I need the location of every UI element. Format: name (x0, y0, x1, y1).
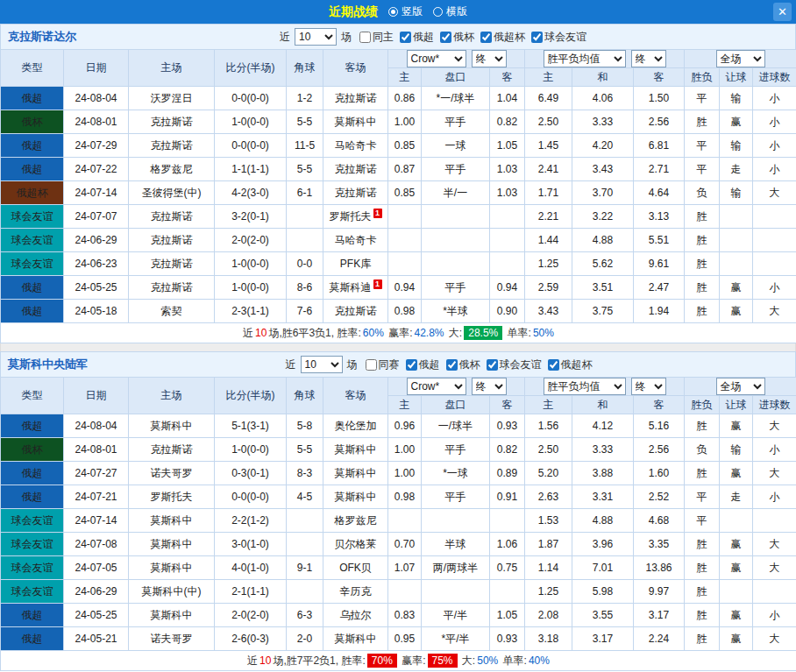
home-team-cell: 莫斯科中(中) (129, 580, 215, 604)
handicap-result-cell: 赢 (720, 276, 753, 300)
away-water-cell: 1.03 (490, 158, 525, 181)
goals-result-cell: 小 (753, 604, 796, 627)
score-cell: 0-0(0-0) (215, 134, 287, 158)
avg-type-select[interactable]: 胜平负均值 (544, 50, 626, 67)
league-filter-2[interactable]: 俄杯 (446, 357, 480, 372)
result-cell: 胜 (685, 205, 720, 229)
games-label: 场 (341, 30, 352, 45)
avg-draw-cell: 3.55 (572, 604, 634, 627)
avg-draw-cell: 3.43 (572, 158, 634, 181)
scope-select[interactable]: 全场 (716, 378, 765, 395)
odds-company-select[interactable]: Crow* (407, 378, 466, 395)
match-row: 俄超24-07-27诺夫哥罗0-3(0-1)8-3莫斯科中1.00*一球0.89… (1, 462, 796, 485)
result-cell: 平 (685, 485, 720, 509)
layout-horizontal-radio[interactable]: 横版 (433, 4, 467, 19)
odds-final-select[interactable]: 终 (472, 50, 507, 67)
league-filter-4[interactable]: 俄超杯 (548, 357, 593, 372)
away-water-cell (490, 205, 525, 229)
league-cell: 俄超 (1, 414, 64, 438)
subcolumn-header: 让球 (720, 396, 753, 414)
result-cell: 平 (685, 158, 720, 181)
subcolumn-header: 客 (490, 396, 525, 414)
league-filter-3[interactable]: 俄超杯 (480, 30, 525, 45)
red-card-badge: 1 (373, 209, 382, 218)
scope-filter-cell: 全场 (685, 378, 796, 396)
home-water-cell: 1.00 (388, 462, 422, 485)
league-filter-3-box[interactable] (480, 32, 492, 43)
league-filter-3-box[interactable] (487, 359, 498, 371)
odds-final-select[interactable]: 终 (472, 378, 507, 395)
score-cell: 0-0(0-0) (215, 87, 287, 110)
league-filter-4-box[interactable] (531, 32, 543, 43)
league-filter-2-box[interactable] (446, 359, 458, 371)
matches-table: 类型日期主场比分(半场)角球客场Crow*终胜平负均值终全场主盘口客主和客胜负让… (0, 377, 796, 671)
corner-cell (287, 229, 323, 252)
avg-draw-cell: 3.17 (572, 627, 634, 651)
league-filter-4[interactable]: 球会友谊 (531, 30, 586, 45)
scope-select[interactable]: 全场 (716, 50, 765, 67)
result-cell: 胜 (685, 414, 720, 438)
corner-cell: 6-3 (287, 604, 323, 627)
avg-away-cell: 4.68 (634, 509, 685, 533)
same-filter-box[interactable] (366, 359, 377, 371)
goals-result-cell: 大 (753, 181, 796, 205)
close-button[interactable]: ✕ (773, 3, 792, 21)
league-filter-2-box[interactable] (440, 32, 451, 43)
league-filter-1-box[interactable] (400, 32, 411, 43)
league-cell: 俄超 (1, 134, 64, 158)
away-water-cell: 0.93 (490, 414, 525, 438)
result-cell: 平 (685, 87, 720, 110)
away-water-cell: 0.90 (490, 300, 525, 323)
league-filter-3-label: 俄超杯 (494, 30, 525, 45)
away-team-cell: 格罗兹尼 (323, 509, 388, 533)
avg-final-select[interactable]: 终 (631, 378, 666, 395)
league-cell: 俄超 (1, 604, 64, 627)
avg-away-cell: 1.94 (634, 300, 685, 323)
same-filter[interactable]: 同赛 (366, 357, 400, 372)
away-water-cell: 1.05 (490, 604, 525, 627)
handicap-result-cell: 赢 (720, 627, 753, 651)
corner-cell: 6-1 (287, 181, 323, 205)
league-filter-1[interactable]: 俄超 (400, 30, 434, 45)
subcolumn-header: 主 (525, 68, 572, 87)
date-cell: 24-07-22 (64, 158, 129, 181)
league-filter-1-box[interactable] (406, 359, 417, 371)
league-filter-4-box[interactable] (548, 359, 559, 371)
home-water-cell: 0.70 (388, 533, 422, 556)
away-team-cell: OFK贝 (323, 556, 388, 580)
league-filter-1[interactable]: 俄超 (406, 357, 440, 372)
matches-table: 类型日期主场比分(半场)角球客场Crow*终胜平负均值终全场主盘口客主和客胜负让… (0, 49, 796, 343)
home-team-cell: 诺夫哥罗 (129, 462, 215, 485)
avg-type-select[interactable]: 胜平负均值 (544, 378, 626, 395)
score-cell: 1-0(0-0) (215, 110, 287, 134)
score-cell: 3-2(0-1) (215, 205, 287, 229)
handicap-result-cell (720, 229, 753, 252)
avg-final-select[interactable]: 终 (631, 50, 666, 67)
recent-count-select[interactable]: 10 (301, 356, 343, 373)
avg-home-cell: 2.50 (525, 110, 572, 134)
radio-unchecked-icon (433, 7, 443, 17)
handicap-result-cell (720, 252, 753, 276)
same-filter-label: 同主 (373, 30, 394, 45)
recent-count-select[interactable]: 10 (295, 28, 337, 46)
league-filter-3[interactable]: 球会友谊 (487, 357, 542, 372)
team-name: 莫斯科中央陆军 (8, 357, 88, 372)
layout-vertical-radio[interactable]: 竖版 (388, 4, 423, 19)
league-filter-2[interactable]: 俄杯 (440, 30, 474, 45)
away-team-cell: 马哈奇卡 (323, 134, 388, 158)
score-cell: 2-0(2-0) (215, 604, 287, 627)
summary-segment: 单率: (504, 327, 531, 339)
odds-company-select[interactable]: Crow* (407, 50, 466, 67)
same-filter[interactable]: 同主 (359, 30, 394, 45)
filter-controls: 近10场同赛俄超俄杯球会友谊俄超杯 (284, 356, 593, 373)
home-water-cell: 0.87 (388, 158, 422, 181)
home-water-cell: 0.98 (388, 485, 422, 509)
match-row: 俄杯24-08-01克拉斯诺1-0(0-0)5-5莫斯科中1.00平手0.822… (1, 438, 796, 462)
summary-segment: 50% (477, 654, 498, 667)
avg-filter-cell: 胜平负均值终 (525, 378, 685, 396)
goals-result-cell: 大 (753, 533, 796, 556)
corner-cell: 8-3 (287, 462, 323, 485)
same-filter-box[interactable] (359, 32, 371, 43)
subcolumn-header: 客 (634, 396, 685, 414)
date-cell: 24-08-01 (64, 438, 129, 462)
